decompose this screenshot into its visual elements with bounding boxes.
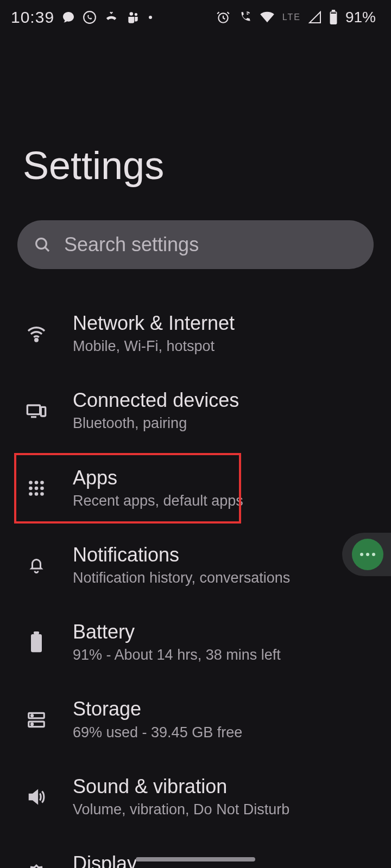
chat-bubble-icon: [62, 11, 75, 24]
alarm-icon: [216, 10, 230, 24]
svg-rect-6: [332, 10, 335, 11]
svg-rect-7: [331, 12, 336, 14]
svg-point-21: [35, 492, 39, 496]
network-type: LTE: [282, 12, 301, 22]
svg-line-9: [45, 247, 49, 251]
svg-point-2: [135, 13, 137, 16]
setting-title: Notifications: [73, 543, 368, 566]
setting-title: Network & Internet: [73, 311, 368, 335]
setting-notifications[interactable]: Notifications Notification history, conv…: [0, 527, 391, 604]
setting-title: Apps: [73, 466, 368, 489]
setting-subtitle: Mobile, Wi-Fi, hotspot: [73, 337, 368, 356]
setting-subtitle: Bluetooth, pairing: [73, 414, 368, 433]
search-settings[interactable]: Search settings: [17, 220, 374, 269]
svg-point-20: [29, 492, 33, 496]
setting-battery[interactable]: Battery 91% - About 14 hrs, 38 mins left: [0, 604, 391, 681]
assistant-fab[interactable]: [342, 533, 391, 576]
wifi-calling-icon: [238, 10, 252, 24]
svg-point-19: [40, 486, 44, 490]
battery-icon: [329, 10, 338, 25]
svg-point-0: [84, 11, 96, 23]
svg-rect-12: [41, 407, 45, 417]
bell-icon: [23, 552, 50, 579]
setting-subtitle: Recent apps, default apps: [73, 492, 368, 510]
svg-point-28: [31, 723, 33, 725]
svg-point-10: [35, 339, 38, 341]
setting-sound[interactable]: Sound & vibration Volume, vibration, Do …: [0, 758, 391, 835]
setting-storage[interactable]: Storage 69% used - 39.45 GB free: [0, 681, 391, 758]
whatsapp-icon: [83, 10, 97, 24]
storage-icon: [23, 706, 50, 733]
svg-point-15: [35, 481, 39, 484]
svg-rect-23: [31, 634, 42, 652]
setting-connected-devices[interactable]: Connected devices Bluetooth, pairing: [0, 372, 391, 449]
wifi-icon: [260, 11, 275, 24]
setting-display[interactable]: Display Dark theme, font size, brightnes…: [0, 835, 391, 868]
setting-subtitle: 69% used - 39.45 GB free: [73, 723, 368, 742]
setting-subtitle: Notification history, conversations: [73, 569, 368, 588]
setting-title: Storage: [73, 697, 368, 720]
svg-point-27: [31, 714, 33, 716]
svg-point-1: [130, 12, 134, 16]
svg-point-16: [40, 481, 44, 484]
more-dot-icon: [148, 15, 153, 20]
svg-point-18: [35, 486, 39, 490]
devices-icon: [23, 397, 50, 424]
svg-point-22: [40, 492, 44, 496]
settings-list: Network & Internet Mobile, Wi-Fi, hotspo…: [0, 295, 391, 868]
more-icon: [352, 539, 383, 570]
signal-icon: [308, 11, 321, 24]
setting-title: Connected devices: [73, 388, 368, 412]
wifi-icon: [23, 320, 50, 347]
volume-icon: [23, 783, 50, 810]
battery-icon: [23, 629, 50, 656]
battery-percent: 91%: [345, 9, 376, 26]
missed-call-icon: [104, 10, 118, 24]
setting-subtitle: Volume, vibration, Do Not Disturb: [73, 800, 368, 819]
search-icon: [34, 236, 51, 253]
svg-point-8: [36, 239, 47, 249]
svg-point-17: [29, 486, 33, 490]
svg-point-14: [29, 481, 33, 484]
status-bar: 10:39 LTE 91%: [0, 0, 391, 35]
apps-grid-icon: [23, 475, 50, 502]
svg-point-3: [149, 16, 152, 19]
page-title: Settings: [0, 35, 391, 188]
setting-title: Sound & vibration: [73, 775, 368, 798]
setting-apps[interactable]: Apps Recent apps, default apps: [0, 450, 391, 527]
search-placeholder: Search settings: [64, 233, 199, 256]
setting-network[interactable]: Network & Internet Mobile, Wi-Fi, hotspo…: [0, 295, 391, 372]
brightness-icon: [23, 860, 50, 868]
teams-icon: [126, 10, 140, 24]
status-clock: 10:39: [11, 8, 54, 27]
svg-rect-24: [34, 631, 39, 634]
svg-rect-11: [27, 405, 40, 414]
setting-title: Battery: [73, 620, 368, 643]
setting-subtitle: 91% - About 14 hrs, 38 mins left: [73, 646, 368, 665]
gesture-handle[interactable]: [136, 857, 255, 861]
